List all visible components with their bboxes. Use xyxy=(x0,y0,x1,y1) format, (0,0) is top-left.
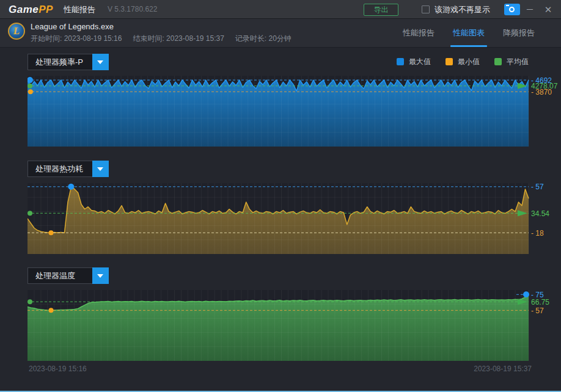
hide-game-checkbox[interactable] xyxy=(422,5,430,13)
end-time-label: 结束时间: 2023-08-19 15:37 xyxy=(133,34,224,44)
svg-text:66.75: 66.75 xyxy=(531,298,549,307)
chevron-down-icon xyxy=(97,274,103,278)
legend-item-avg: 平均值 xyxy=(494,57,529,67)
svg-text:- 57: - 57 xyxy=(531,307,544,315)
legend-avg-label: 平均值 xyxy=(507,57,529,67)
avg-value-swatch xyxy=(494,58,502,65)
active-tab-underline xyxy=(450,45,487,47)
minimize-button[interactable]: ─ xyxy=(523,0,537,19)
max-value-swatch xyxy=(397,58,404,65)
camera-icon xyxy=(506,5,509,6)
legend-item-max: 最大值 xyxy=(397,57,431,67)
game-name: League of Legends.exe xyxy=(31,22,114,31)
version-label: V 5.3.1780.622 xyxy=(108,0,157,19)
legend-max-label: 最大值 xyxy=(409,57,431,67)
chart1-metric-dropdown[interactable]: 处理器频率-P xyxy=(28,54,109,70)
svg-text:- 57: - 57 xyxy=(531,183,544,191)
chart-cpu-thermal-power: - 5734.54- 18 xyxy=(28,183,559,254)
chart1-metric-label: 处理器频率-P xyxy=(35,54,83,70)
close-button[interactable]: ✕ xyxy=(541,0,555,19)
x-axis-start-timestamp: 2023-08-19 15:16 xyxy=(29,365,87,373)
cpu-frequency-p-svg: - 46924278.07- 3870 xyxy=(28,76,559,147)
tab-performance-report[interactable]: 性能报告 xyxy=(400,19,438,47)
gamepp-logo: GamePP xyxy=(9,0,53,19)
min-value-swatch xyxy=(446,58,453,65)
window-title: 性能报告 xyxy=(64,0,95,19)
camera-lens-icon xyxy=(509,7,515,12)
title-bar: GamePP 性能报告 V 5.3.1780.622 导出 该游戏不再显示 ─ … xyxy=(0,0,561,19)
chart2-metric-dropdown[interactable]: 处理器热功耗 xyxy=(28,161,109,177)
chart2-metric-label: 处理器热功耗 xyxy=(35,161,83,176)
session-times: 开始时间: 2023-08-19 15:16 结束时间: 2023-08-19 … xyxy=(31,34,292,44)
game-icon: L xyxy=(8,23,25,40)
cpu-temperature-svg: - 7566.75- 57 xyxy=(28,290,559,361)
legend-item-min: 最小值 xyxy=(446,57,480,67)
tab-performance-charts[interactable]: 性能图表 xyxy=(450,19,488,47)
export-button[interactable]: 导出 xyxy=(364,4,398,16)
logo-game-text: Game xyxy=(9,4,38,15)
chart2-dropdown-button[interactable] xyxy=(92,161,109,177)
chevron-down-icon xyxy=(97,167,103,171)
chart-legend: 最大值 最小值 平均值 xyxy=(397,57,529,67)
cpu-thermal-power-svg: - 5734.54- 18 xyxy=(28,183,559,254)
chart3-metric-label: 处理器温度 xyxy=(35,268,75,283)
start-time-label: 开始时间: 2023-08-19 15:16 xyxy=(31,34,122,44)
tab-throttle-report[interactable]: 降频报告 xyxy=(500,19,538,47)
svg-text:- 18: - 18 xyxy=(531,229,544,238)
legend-min-label: 最小值 xyxy=(458,57,480,67)
x-axis-end-timestamp: 2023-08-19 15:37 xyxy=(474,365,532,373)
logo-pp-text: PP xyxy=(38,4,53,15)
svg-text:34.54: 34.54 xyxy=(531,209,549,218)
gamepp-performance-report-window: GamePP 性能报告 V 5.3.1780.622 导出 该游戏不再显示 ─ … xyxy=(0,0,561,392)
chart-cpu-temperature: - 7566.75- 57 xyxy=(28,290,559,361)
chart3-metric-dropdown[interactable]: 处理器温度 xyxy=(28,267,109,284)
chevron-down-icon xyxy=(97,60,103,64)
svg-text:- 3870: - 3870 xyxy=(531,88,552,96)
chart1-dropdown-button[interactable] xyxy=(92,54,109,70)
hide-game-label: 该游戏不再显示 xyxy=(435,0,490,19)
chart-cpu-frequency-p: - 46924278.07- 3870 xyxy=(28,76,559,147)
duration-label: 记录时长: 20分钟 xyxy=(235,34,292,44)
chart3-dropdown-button[interactable] xyxy=(92,267,109,284)
screenshot-button[interactable] xyxy=(504,4,520,15)
